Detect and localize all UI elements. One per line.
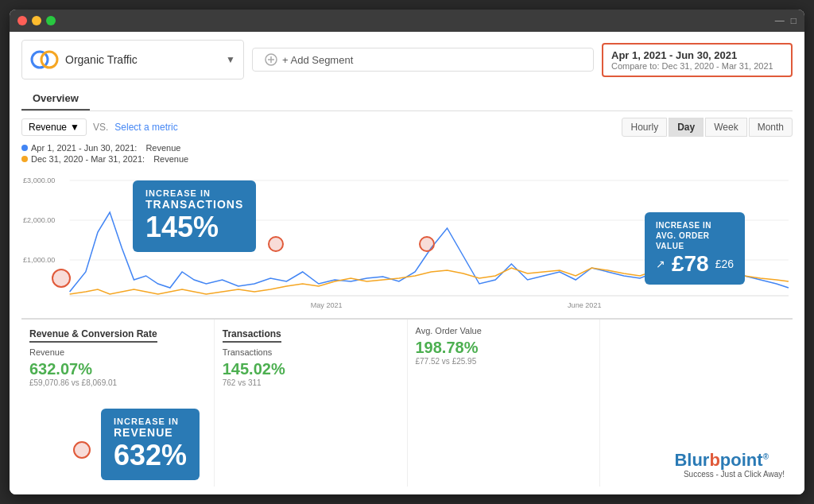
revenue-badge: INCREASE IN REVENUE 632% (101, 409, 200, 480)
app-window: — □ Organic Traffic ▼ (10, 10, 804, 494)
stats-group-title-transactions: Transactions (223, 328, 281, 343)
transactions-badge: INCREASE IN TRANSACTIONS 145% (133, 180, 256, 252)
metric-dropdown-arrow: ▼ (70, 122, 79, 133)
arrow-indicator-revenue (73, 441, 91, 459)
date-primary: Apr 1, 2021 - Jun 30, 2021 (611, 49, 783, 61)
add-segment-label: + Add Segment (282, 54, 353, 66)
time-btn-week[interactable]: Week (705, 118, 746, 137)
legend-dot-primary (21, 145, 28, 151)
legend-period-compare: Dec 31, 2020 - Mar 31, 2021: (31, 154, 145, 164)
legend-metric-primary: Revenue (145, 143, 180, 153)
time-btn-hourly[interactable]: Hourly (622, 118, 667, 137)
metric-selected: Revenue (29, 122, 67, 133)
legend-dot-compare (21, 156, 28, 162)
segment-selector[interactable]: Organic Traffic ▼ (21, 40, 244, 79)
stat-revenue-value: 632.07% (29, 360, 206, 378)
svg-text:May 2021: May 2021 (311, 301, 343, 309)
close-button[interactable] (17, 16, 27, 25)
avg-order-main-value: £78 (672, 251, 709, 277)
add-segment-button[interactable]: + Add Segment (252, 48, 594, 72)
organic-traffic-icon (30, 45, 59, 74)
legend-item-compare: Dec 31, 2020 - Mar 31, 2021: Revenue (21, 154, 793, 164)
blurpoint-tagline: Success - Just a Click Away! (684, 470, 785, 479)
chart-legend: Apr 1, 2021 - Jun 30, 2021: Revenue Dec … (21, 143, 793, 165)
add-segment-circle-icon (265, 53, 277, 66)
stat-transactions-compare: 762 vs 311 (223, 378, 399, 387)
stats-group-transactions: Transactions Transactions 145.02% 762 vs… (215, 320, 408, 487)
avg-order-badge: INCREASE INAVG. ORDERVALUE ↗ £78 £26 (645, 212, 745, 285)
svg-text:June 2021: June 2021 (568, 301, 601, 309)
badge-transactions-value: 145% (145, 211, 243, 244)
metric-controls: Revenue ▼ VS. Select a metric Hourly Day… (21, 118, 793, 137)
avg-order-value-row: ↗ £78 £26 (656, 251, 734, 277)
stat-revenue-compare: £59,070.86 vs £8,069.01 (29, 378, 206, 387)
segment-name: Organic Traffic (65, 53, 219, 66)
stat-transactions-value: 145.02% (223, 360, 399, 378)
tab-bar: Overview (21, 87, 793, 111)
stats-group-avg-order: Avg. Order Value 198.78% £77.52 vs £25.9… (408, 320, 601, 487)
legend-item-primary: Apr 1, 2021 - Jun 30, 2021: Revenue (21, 143, 793, 153)
stats-group-logo: Blurbpoint® Success - Just a Click Away! (600, 320, 793, 487)
svg-point-1 (41, 52, 57, 68)
minimize-button[interactable] (32, 16, 41, 25)
blurpoint-logo: Blurbpoint® (674, 450, 769, 471)
select-metric-link[interactable]: Select a metric (114, 122, 177, 133)
maximize-button[interactable] (46, 16, 56, 25)
metric-left: Revenue ▼ VS. Select a metric (21, 118, 178, 136)
date-range-selector[interactable]: Apr 1, 2021 - Jun 30, 2021 Compare to: D… (602, 43, 793, 77)
svg-text:£3,000.00: £3,000.00 (23, 176, 55, 184)
tab-overview[interactable]: Overview (21, 87, 90, 110)
blurpoint-text-blurb: Blur (674, 450, 709, 470)
legend-period-primary: Apr 1, 2021 - Jun 30, 2021: (31, 143, 137, 153)
stat-avg-order-value: 198.78% (416, 339, 592, 357)
badge-revenue-title: INCREASE IN REVENUE (114, 417, 187, 439)
avg-order-arrow: ↗ (656, 258, 665, 270)
registered-mark: ® (763, 452, 769, 461)
segment-dropdown-icon: ▼ (226, 54, 235, 65)
svg-text:£2,000.00: £2,000.00 (23, 216, 55, 224)
legend-metric-compare: Revenue (153, 154, 188, 164)
content-wrapper: £3,000.00 £2,000.00 £1,000.00 May 2021 J… (21, 169, 793, 487)
blurpoint-text-oint: point (720, 450, 763, 470)
segment-bar: Organic Traffic ▼ + Add Segment Apr 1, 2… (21, 40, 793, 79)
arrow-indicator-left (52, 269, 71, 288)
badge-transactions-title: INCREASE IN TRANSACTIONS (145, 188, 243, 211)
arrow-indicator-center (268, 236, 284, 252)
metric-dropdown[interactable]: Revenue ▼ (21, 118, 87, 136)
stat-revenue-label: Revenue (29, 347, 206, 357)
titlebar: — □ (10, 10, 804, 32)
arrow-indicator-right (419, 236, 435, 252)
chart-area: £3,000.00 £2,000.00 £1,000.00 May 2021 J… (21, 169, 793, 312)
stats-group-title-revenue: Revenue & Conversion Rate (29, 328, 157, 343)
badge-revenue-value: 632% (114, 439, 187, 472)
time-btn-month[interactable]: Month (749, 118, 793, 137)
date-compare: Compare to: Dec 31, 2020 - Mar 31, 2021 (611, 61, 783, 71)
stat-transactions-label: Transactions (223, 347, 399, 357)
avg-order-title: INCREASE INAVG. ORDERVALUE (656, 220, 734, 251)
window-minimize-icon[interactable]: — (775, 15, 785, 26)
main-content: Organic Traffic ▼ + Add Segment Apr 1, 2… (10, 32, 804, 494)
stat-avg-order-compare: £77.52 vs £25.95 (416, 357, 592, 366)
time-buttons: Hourly Day Week Month (622, 118, 793, 137)
compare-label: Compare to: (611, 61, 660, 71)
window-maximize-icon[interactable]: □ (791, 15, 797, 26)
avg-order-sub-value: £26 (715, 258, 734, 270)
svg-text:£1,000.00: £1,000.00 (23, 256, 55, 264)
time-btn-day[interactable]: Day (669, 118, 704, 137)
blurpoint-dot: b (709, 450, 719, 470)
compare-date: Dec 31, 2020 - Mar 31, 2021 (662, 61, 773, 71)
vs-label: VS. (93, 122, 108, 133)
stat-avg-order-label: Avg. Order Value (416, 326, 592, 335)
